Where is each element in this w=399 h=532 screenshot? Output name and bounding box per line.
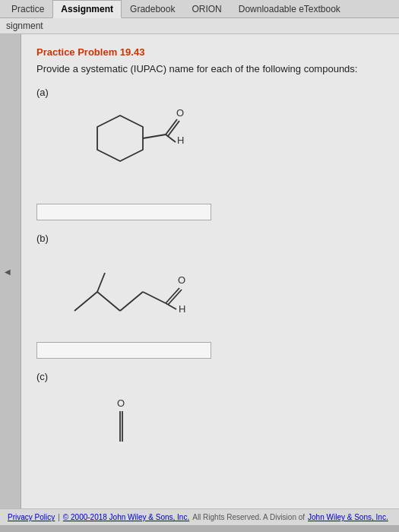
tab-assignment[interactable]: Assignment xyxy=(52,0,122,18)
footer-rights: All Rights Reserved. A Division of xyxy=(192,513,305,521)
svg-text:O: O xyxy=(117,397,125,409)
answer-input-a[interactable] xyxy=(36,204,211,220)
svg-line-1 xyxy=(143,135,166,138)
svg-line-10 xyxy=(143,292,166,303)
footer-separator: | xyxy=(58,513,60,521)
molecule-a: O H xyxy=(59,104,384,198)
compound-section-a: (a) O H xyxy=(36,87,384,220)
copyright-link[interactable]: © 2000-2018 John Wiley & Sons, Inc. xyxy=(63,513,189,521)
privacy-policy-link[interactable]: Privacy Policy xyxy=(8,513,55,521)
breadcrumb: signment xyxy=(0,18,399,34)
nav-bar: Practice Assignment Gradebook ORION Down… xyxy=(0,0,399,18)
main-area: ◀ Practice Problem 19.43 Provide a syste… xyxy=(0,34,399,508)
compound-section-b: (b) O H xyxy=(36,233,384,359)
part-label-c: (c) xyxy=(36,371,384,382)
svg-text:H: H xyxy=(177,135,184,146)
tab-orion[interactable]: ORION xyxy=(183,0,230,17)
footer: Privacy Policy | © 2000-2018 John Wiley … xyxy=(0,508,399,525)
problem-description: Provide a systematic (IUPAC) name for ea… xyxy=(36,62,384,76)
svg-line-11 xyxy=(97,273,105,292)
macbook-area: MacBookPro xyxy=(0,525,399,532)
molecule-c: O xyxy=(59,388,384,451)
content-panel: Practice Problem 19.43 Provide a systema… xyxy=(21,34,399,508)
molecule-b: O H xyxy=(59,250,384,336)
left-sidebar: ◀ xyxy=(0,34,21,508)
company-link[interactable]: John Wiley & Sons, Inc. xyxy=(308,513,388,521)
svg-line-13 xyxy=(168,290,182,305)
svg-line-16 xyxy=(166,303,176,309)
tab-etextbook[interactable]: Downloadable eTextbook xyxy=(230,0,349,17)
problem-title: Practice Problem 19.43 xyxy=(36,46,384,58)
svg-line-12 xyxy=(166,288,179,303)
svg-text:H: H xyxy=(179,303,185,315)
answer-input-b[interactable] xyxy=(36,342,211,359)
part-label-a: (a) xyxy=(36,87,384,98)
compound-section-c: (c) O xyxy=(36,371,384,451)
part-label-b: (b) xyxy=(36,233,384,244)
tab-gradebook[interactable]: Gradebook xyxy=(122,0,183,17)
sidebar-arrow-icon: ◀ xyxy=(5,268,11,276)
svg-line-9 xyxy=(120,292,143,311)
svg-text:O: O xyxy=(178,274,185,286)
svg-marker-0 xyxy=(97,116,143,161)
svg-line-8 xyxy=(97,292,120,311)
svg-line-6 xyxy=(166,135,176,142)
tab-practice[interactable]: Practice xyxy=(3,0,52,17)
svg-text:O: O xyxy=(176,107,184,119)
svg-line-7 xyxy=(74,292,97,311)
